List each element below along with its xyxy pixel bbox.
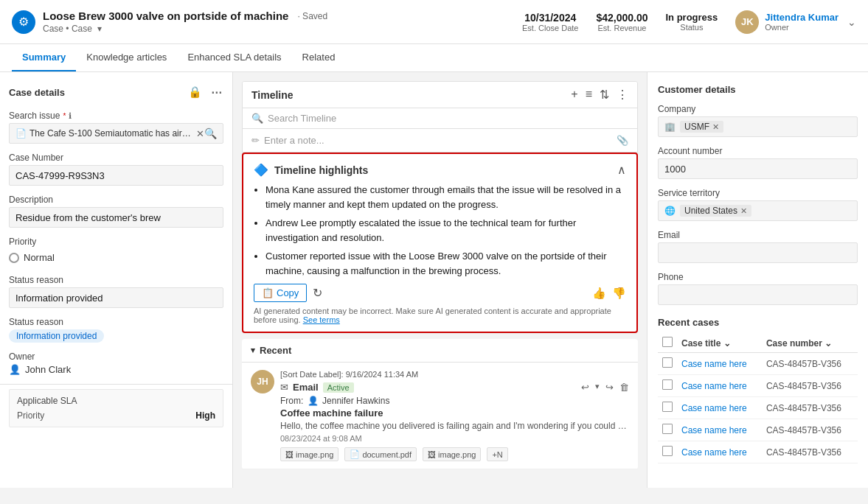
select-all-checkbox[interactable] <box>662 337 673 347</box>
attachment-icon[interactable]: 📎 <box>617 135 628 146</box>
recent-section: ▾ Recent JH [Sort Date Label]: 9/16/2024… <box>242 339 638 469</box>
priority-normal-radio[interactable]: Normal <box>9 249 223 266</box>
copy-icon: 📋 <box>262 287 274 298</box>
search-placeholder: Search Timeline <box>268 113 336 124</box>
owner-group: Owner 👤 John Clark <box>0 347 232 379</box>
attachment-2[interactable]: 📄 document.pdf <box>344 447 417 461</box>
thumbs-down-icon[interactable]: 👎 <box>612 287 626 300</box>
status-reason-badge-group: Status reason Information provided <box>0 312 232 347</box>
email-icon: ✉ <box>280 382 288 393</box>
tag-remove-icon[interactable]: ✕ <box>712 122 719 132</box>
copilot-icon: 🔷 <box>254 163 268 177</box>
email-label: Email <box>658 230 858 240</box>
timeline-search[interactable]: 🔍 Search Timeline <box>243 108 637 129</box>
app-icon: ⚙ <box>12 10 35 34</box>
forward-icon[interactable]: ↪ <box>605 382 614 393</box>
clear-icon[interactable]: ✕ <box>196 128 204 139</box>
description-label: Description <box>9 195 223 205</box>
copy-button[interactable]: 📋 Copy <box>254 284 307 302</box>
phone-value[interactable] <box>658 284 858 305</box>
row-checkbox[interactable] <box>662 424 673 434</box>
email-field: Email <box>647 227 868 266</box>
status-reason-value[interactable]: Information provided <box>9 287 223 308</box>
sla-priority-label: Priority <box>17 410 44 421</box>
priority-group: Priority Normal <box>0 232 232 270</box>
attachment-more[interactable]: +N <box>487 447 507 461</box>
case-title-col-header: Case title ⌄ <box>677 334 762 353</box>
sort-icon[interactable]: ⇅ <box>600 88 609 102</box>
row-checkbox[interactable] <box>662 357 673 368</box>
tab-sla[interactable]: Enhanced SLA details <box>177 44 291 71</box>
attachment-1[interactable]: 🖼 image.png <box>280 447 338 461</box>
avatar: JK <box>735 10 759 34</box>
email-preview: Hello, the coffee machine you delivered … <box>280 421 629 431</box>
image-icon: 🖼 <box>428 450 436 459</box>
radio-icon <box>9 253 19 263</box>
search-icon[interactable]: 🔍 <box>204 127 217 139</box>
thumbs-up-icon[interactable]: 👍 <box>592 287 606 300</box>
case-number-value[interactable]: CAS-47999-R9S3N3 <box>9 165 223 186</box>
email-content: [Sort Date Label]: 9/16/2024 11:34 AM ✉ … <box>280 370 629 461</box>
attachment-3[interactable]: 🖼 image.png <box>423 447 481 461</box>
more-icon[interactable]: ⋯ <box>209 84 223 100</box>
search-issue-input[interactable]: 📄 The Cafe S-100 Semiautomatic has air b… <box>9 123 223 144</box>
refresh-icon[interactable]: ↻ <box>313 286 322 300</box>
filter-icon[interactable]: ≡ <box>586 88 592 102</box>
search-issue-label: Search issue* ℹ <box>9 111 223 121</box>
main-layout: Case details 🔒 ⋯ Search issue* ℹ 📄 The C… <box>0 72 868 488</box>
tab-summary[interactable]: Summary <box>12 44 76 71</box>
email-row: JH [Sort Date Label]: 9/16/2024 11:34 AM… <box>251 370 629 461</box>
see-terms-link[interactable]: See terms <box>303 315 340 324</box>
case-name-link[interactable]: Case name here <box>681 381 747 391</box>
case-number-cell: CAS-48457B-V356 <box>762 353 858 375</box>
timeline-wrapper: Timeline + ≡ ⇅ ⋮ 🔍 Search Timeline ✏ Ent… <box>242 81 638 153</box>
service-territory-field: Service territory 🌐 United States ✕ <box>647 185 868 224</box>
account-number-value[interactable]: 1000 <box>658 158 858 179</box>
reply-icon[interactable]: ↩ <box>581 382 589 393</box>
case-name-link[interactable]: Case name here <box>681 425 747 435</box>
case-name-link[interactable]: Case name here <box>681 403 747 413</box>
more-options-icon[interactable]: ⋮ <box>617 88 628 102</box>
tab-related[interactable]: Related <box>292 44 346 71</box>
highlights-actions-left: 📋 Copy ↻ <box>254 284 322 302</box>
email-from: From: 👤 Jennifer Hawkins <box>280 396 629 406</box>
lock-icon[interactable]: 🔒 <box>187 84 204 100</box>
collapse-icon[interactable]: ∧ <box>617 163 626 177</box>
recent-header[interactable]: ▾ Recent <box>242 339 638 363</box>
header-title-block: Loose Brew 3000 valve on portside of mac… <box>43 10 327 34</box>
description-value[interactable]: Residue from the customer's brew <box>9 207 223 228</box>
email-header-row: ✉ Email Active ↩ ▾ ↪ 🗑 <box>280 382 629 393</box>
case-name-link[interactable]: Case name here <box>681 359 747 369</box>
case-number-cell: CAS-48457B-V356 <box>762 375 858 397</box>
sort-icon[interactable]: ⌄ <box>723 338 731 349</box>
case-details-icons: 🔒 ⋯ <box>187 84 223 100</box>
case-number-label: Case Number <box>9 153 223 163</box>
case-number-group: Case Number CAS-47999-R9S3N3 <box>0 148 232 190</box>
status-reason-badge: Information provided <box>9 329 223 343</box>
delete-icon[interactable]: 🗑 <box>619 382 629 393</box>
cases-select-all-header[interactable] <box>658 334 677 353</box>
case-details-header: Case details 🔒 ⋯ <box>0 81 232 106</box>
email-value[interactable] <box>658 242 858 263</box>
table-row: Case name here CAS-48457B-V356 <box>658 441 858 463</box>
owner-section[interactable]: JK Jittendra Kumar Owner ⌄ <box>735 10 856 34</box>
service-territory-value[interactable]: 🌐 United States ✕ <box>658 200 858 221</box>
note-input[interactable]: ✏ Enter a note... 📎 <box>243 129 637 153</box>
table-row: Case name here CAS-48457B-V356 <box>658 353 858 375</box>
top-header: ⚙ Loose Brew 3000 valve on portside of m… <box>0 0 868 44</box>
row-checkbox[interactable] <box>662 402 673 412</box>
row-checkbox[interactable] <box>662 446 673 456</box>
sort-icon[interactable]: ⌄ <box>824 338 832 349</box>
tab-knowledge[interactable]: Knowledge articles <box>76 44 177 71</box>
revenue-meta: $42,000.00 Est. Revenue <box>596 12 647 32</box>
add-icon[interactable]: + <box>571 88 577 102</box>
company-value[interactable]: 🏢 USMF ✕ <box>658 116 858 137</box>
chevron-down-icon[interactable]: ▾ <box>595 382 600 393</box>
status-meta: In progress Status <box>666 12 718 32</box>
chevron-down-icon: ▾ <box>251 346 255 355</box>
row-checkbox[interactable] <box>662 379 673 390</box>
case-name-link[interactable]: Case name here <box>681 447 747 458</box>
recent-title: Recent <box>260 345 291 356</box>
breadcrumb[interactable]: Case • Case ▾ <box>43 24 327 34</box>
tag-remove-icon[interactable]: ✕ <box>740 206 747 216</box>
